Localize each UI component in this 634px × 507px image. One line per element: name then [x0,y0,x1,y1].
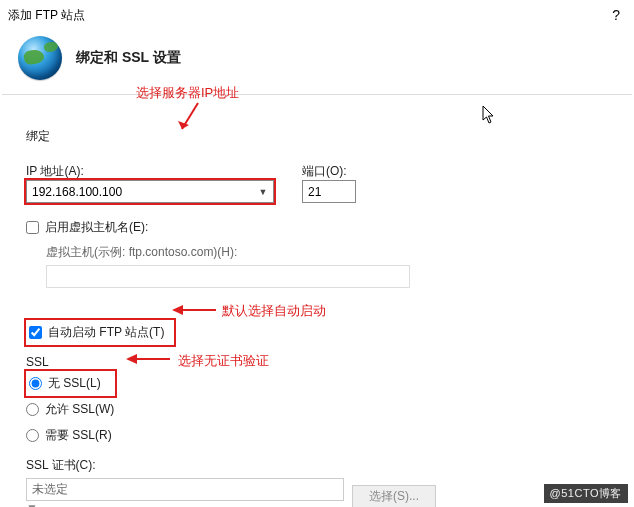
dialog-window: 添加 FTP 站点 ? 绑定和 SSL 设置 绑定 选择服务器IP地址 IP 地… [0,0,634,507]
no-ssl-label: 无 SSL(L) [48,375,101,392]
titlebar: 添加 FTP 站点 ? [0,0,634,26]
chevron-down-icon: ▼ [26,501,38,507]
content: 绑定 选择服务器IP地址 IP 地址(A): ▼ 端口(O): [0,95,634,507]
svg-marker-5 [126,354,137,364]
header: 绑定和 SSL 设置 [0,26,634,94]
vhost-input [46,265,410,288]
arrow-icon [174,101,204,137]
select-cert-button: 选择(S)... [352,485,436,507]
watermark: @51CTO博客 [544,484,628,503]
auto-start-row: 自动启动 FTP 站点(T) [26,320,612,345]
binding-legend: 绑定 [26,130,50,143]
no-ssl-row: 无 SSL(L) 选择无证书验证 [26,375,612,391]
no-ssl-highlight: 无 SSL(L) [26,371,115,396]
port-label: 端口(O): [302,163,356,180]
auto-start-highlight: 自动启动 FTP 站点(T) [26,320,174,345]
ssl-legend: SSL [26,356,49,369]
vhost-hint: 虚拟主机(示例: ftp.contoso.com)(H): [46,244,612,261]
arrow-icon [172,303,218,317]
help-button[interactable]: ? [606,7,626,23]
annotation-autostart: 默认选择自动启动 [222,302,326,320]
svg-marker-1 [178,121,189,129]
cert-row: ▼ 选择(S)... [26,478,612,507]
svg-marker-3 [172,305,183,315]
binding-group: IP 地址(A): ▼ 端口(O): 启用虚拟主机名(E): 虚拟主机(示例: … [26,149,612,288]
no-ssl-radio[interactable] [29,377,42,390]
annotation-nossl: 选择无证书验证 [178,352,269,370]
auto-start-label: 自动启动 FTP 站点(T) [48,324,164,341]
require-ssl-radio[interactable] [26,429,39,442]
enable-vhost-row: 启用虚拟主机名(E): [26,219,612,236]
cert-combo[interactable]: ▼ [26,478,344,507]
window-title: 添加 FTP 站点 [8,7,606,24]
allow-ssl-label: 允许 SSL(W) [45,401,114,418]
allow-ssl-radio[interactable] [26,403,39,416]
ip-address-input[interactable] [26,180,274,203]
ip-address-combo[interactable]: ▼ [26,180,274,203]
page-title: 绑定和 SSL 设置 [76,49,181,67]
allow-ssl-row: 允许 SSL(W) [26,401,612,417]
require-ssl-label: 需要 SSL(R) [45,427,112,444]
ssl-group: SSL 无 SSL(L) 选择无证书验证 允许 SSL(W [26,355,612,507]
globe-icon [18,36,62,80]
cert-input[interactable] [26,478,344,501]
auto-start-checkbox[interactable] [29,326,42,339]
require-ssl-row: 需要 SSL(R) [26,427,612,443]
enable-vhost-checkbox[interactable] [26,221,39,234]
svg-line-0 [182,103,198,129]
port-input[interactable] [302,180,356,203]
arrow-icon [126,352,172,366]
ip-label: IP 地址(A): [26,163,274,180]
cert-label: SSL 证书(C): [26,457,612,474]
enable-vhost-label: 启用虚拟主机名(E): [45,219,148,236]
